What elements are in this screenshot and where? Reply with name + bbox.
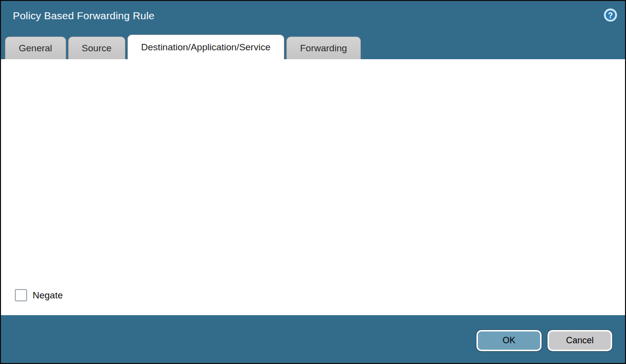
tab-general[interactable]: General xyxy=(5,36,66,59)
negate-checkbox[interactable]: ✔ xyxy=(15,289,27,301)
svg-text:?: ? xyxy=(608,11,613,20)
tab-bar: General Source Destination/Application/S… xyxy=(5,35,361,59)
negate-option: ✔ Negate xyxy=(15,289,63,301)
cancel-button[interactable]: Cancel xyxy=(548,330,612,351)
ok-button[interactable]: OK xyxy=(476,330,542,351)
help-icon[interactable]: ? xyxy=(603,8,618,22)
negate-label: Negate xyxy=(33,290,63,301)
tab-source[interactable]: Source xyxy=(68,36,125,59)
policy-based-forwarding-dialog: { "window": { "title": "Policy Based For… xyxy=(0,0,626,364)
tab-forwarding[interactable]: Forwarding xyxy=(286,36,361,59)
tab-destination-application-service[interactable]: Destination/Application/Service xyxy=(127,35,284,59)
dialog-title: Policy Based Forwarding Rule xyxy=(13,10,155,22)
tab-content-panel xyxy=(1,59,625,315)
